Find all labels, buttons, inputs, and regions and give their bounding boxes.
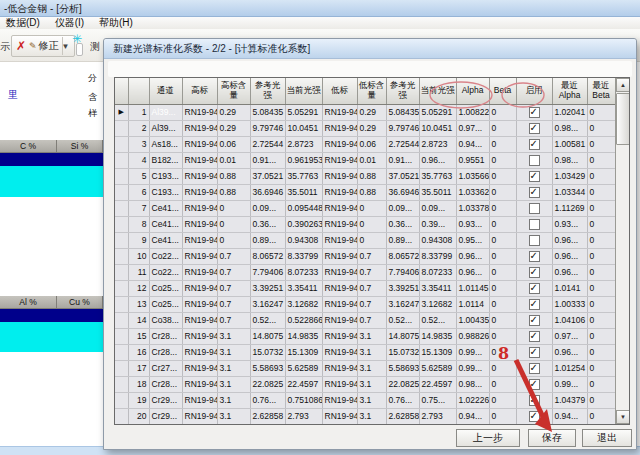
cell[interactable]: 0 xyxy=(587,424,615,425)
cell[interactable]: 36.6946 xyxy=(250,184,285,200)
cell[interactable]: 0 xyxy=(587,344,615,360)
cell[interactable]: 22.4597 xyxy=(285,376,322,392)
row-selector[interactable] xyxy=(115,264,128,280)
cell[interactable]: 15.0732 xyxy=(250,344,285,360)
cell[interactable]: 1.04106 xyxy=(552,312,587,328)
cell[interactable]: 8.06572 xyxy=(386,248,419,264)
cell[interactable]: RN19-94 xyxy=(182,104,217,120)
cell[interactable]: 0.36... xyxy=(250,216,285,232)
cell[interactable]: 1.11269 xyxy=(552,200,587,216)
cell[interactable]: 3.12682 xyxy=(285,296,322,312)
cell[interactable]: 0 xyxy=(489,200,516,216)
cell[interactable]: 5.62589 xyxy=(419,360,456,376)
cell[interactable]: 35.5011 xyxy=(285,184,322,200)
cell[interactable]: 0 xyxy=(489,392,516,408)
save-button[interactable]: 保存 xyxy=(528,429,576,447)
cell[interactable]: RN19-94 xyxy=(322,328,357,344)
cell[interactable]: RN19-94 xyxy=(182,344,217,360)
cell[interactable]: RN19-94 xyxy=(322,248,357,264)
cell[interactable]: RN19-94 xyxy=(322,216,357,232)
cell[interactable]: 0.7 xyxy=(217,248,250,264)
cell[interactable]: 0.88 xyxy=(357,184,386,200)
cell[interactable]: 1.03566 xyxy=(456,168,489,184)
cell[interactable]: 0 xyxy=(489,120,516,136)
cell[interactable]: 0.9551 xyxy=(456,152,489,168)
cell[interactable]: 29.9454 xyxy=(285,424,322,425)
cell[interactable]: 1.01254 xyxy=(552,360,587,376)
cell[interactable]: 0 xyxy=(587,360,615,376)
cell[interactable]: Ce41... xyxy=(149,216,182,232)
cell[interactable]: 0.39... xyxy=(419,216,456,232)
cell[interactable]: 3.1 xyxy=(217,376,250,392)
menu-data[interactable]: 数据(D) xyxy=(0,17,46,29)
cell[interactable]: Co38... xyxy=(149,312,182,328)
cell[interactable]: 0.88 xyxy=(357,168,386,184)
table-row[interactable]: ▶1Al39...RN19-940.295.084355.05291RN19-9… xyxy=(115,104,615,120)
enable-checkbox[interactable] xyxy=(529,315,540,326)
cell[interactable]: 5.08435 xyxy=(386,104,419,120)
cell[interactable]: 0 xyxy=(587,200,615,216)
enable-checkbox[interactable] xyxy=(529,203,540,214)
cell[interactable]: B182... xyxy=(149,152,182,168)
cell[interactable]: Co22... xyxy=(149,264,182,280)
cell[interactable]: 0 xyxy=(489,328,516,344)
cell[interactable]: Cr29... xyxy=(149,392,182,408)
cell[interactable]: Cr27... xyxy=(149,360,182,376)
cell[interactable]: 14.8075 xyxy=(386,328,419,344)
cell[interactable]: RN19-94 xyxy=(182,152,217,168)
cell[interactable]: RN19-94 xyxy=(182,280,217,296)
cell[interactable]: 0.99... xyxy=(456,344,489,360)
cell[interactable]: RN19-94 xyxy=(182,168,217,184)
cell[interactable]: 0.96... xyxy=(552,248,587,264)
cell[interactable]: 0 xyxy=(489,376,516,392)
cell[interactable]: 3.1 xyxy=(357,408,386,424)
cell[interactable]: 22.4597 xyxy=(419,376,456,392)
cell[interactable]: RN19-94 xyxy=(182,248,217,264)
cell[interactable]: 5.58693 xyxy=(386,360,419,376)
cell[interactable]: 0.98... xyxy=(552,120,587,136)
cell[interactable]: 0 xyxy=(489,408,516,424)
cell[interactable]: 0 xyxy=(587,168,615,184)
cell[interactable]: 0.96... xyxy=(552,264,587,280)
cell[interactable]: 0.06 xyxy=(357,136,386,152)
cell[interactable]: 1.02041 xyxy=(552,104,587,120)
cell[interactable]: RN19-94 xyxy=(322,360,357,376)
cell[interactable]: 0.91... xyxy=(250,152,285,168)
cell[interactable]: 0 xyxy=(489,152,516,168)
cell[interactable]: 0 xyxy=(489,184,516,200)
cell[interactable]: 35.5011 xyxy=(419,184,456,200)
menu-instrument[interactable]: 仪器(I) xyxy=(49,17,90,29)
table-row[interactable]: 15Cr28...RN19-943.114.807514.9835RN19-94… xyxy=(115,328,615,344)
cell[interactable]: RN19-94 xyxy=(182,184,217,200)
cell[interactable]: 8.33799 xyxy=(419,248,456,264)
cell[interactable]: RN19-94 xyxy=(182,376,217,392)
menu-help[interactable]: 帮助(H) xyxy=(93,17,139,29)
cell[interactable]: 0.91... xyxy=(386,152,419,168)
cell[interactable]: 0.09... xyxy=(250,200,285,216)
cell[interactable]: 1.02226 xyxy=(456,392,489,408)
cell[interactable]: 29.0... xyxy=(386,424,419,425)
row-selector[interactable] xyxy=(115,120,128,136)
enable-checkbox[interactable] xyxy=(529,107,540,118)
enable-checkbox[interactable] xyxy=(529,331,540,342)
cell[interactable]: 9.79746 xyxy=(250,120,285,136)
cell[interactable]: RN19-94 xyxy=(322,168,357,184)
cell[interactable]: 0.522866 xyxy=(285,312,322,328)
table-row[interactable]: 2Al39...RN19-940.299.7974610.0451RN19-94… xyxy=(115,120,615,136)
cell[interactable]: 0.89... xyxy=(250,232,285,248)
cell[interactable]: Co25... xyxy=(149,296,182,312)
cell[interactable]: RN19-94 xyxy=(182,120,217,136)
cell[interactable]: 0 xyxy=(587,264,615,280)
cell[interactable]: RN19-94 xyxy=(182,264,217,280)
cell[interactable]: 0.7 xyxy=(357,264,386,280)
cell[interactable]: 14.9835 xyxy=(285,328,322,344)
row-selector[interactable] xyxy=(115,328,128,344)
scroll-down-button[interactable]: ▼ xyxy=(616,410,630,424)
cell[interactable]: 0.7 xyxy=(357,312,386,328)
cell[interactable]: RN19-94 xyxy=(182,328,217,344)
cell[interactable]: 8.07233 xyxy=(419,264,456,280)
cell[interactable]: 5.08435 xyxy=(250,104,285,120)
enable-checkbox[interactable] xyxy=(529,235,540,246)
cell[interactable]: 0 xyxy=(587,312,615,328)
cell[interactable]: 3.1 xyxy=(357,376,386,392)
